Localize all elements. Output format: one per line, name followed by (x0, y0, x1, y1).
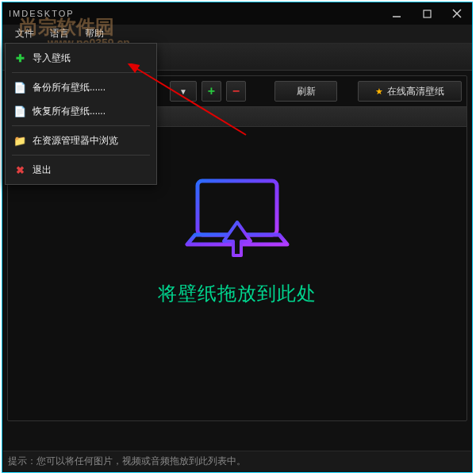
minimize-button[interactable] (382, 2, 412, 25)
folder-icon: 📁 (13, 134, 26, 147)
menu-browse-explorer[interactable]: 📁 在资源管理器中浏览 (6, 129, 156, 152)
app-title: IMDESKTOP (9, 9, 75, 18)
document-icon: 📄 (13, 81, 26, 94)
menu-import-wallpaper[interactable]: ✚ 导入壁纸 (6, 46, 156, 70)
menu-help[interactable]: 帮助 (77, 25, 112, 43)
filter-dropdown[interactable]: ▼ (170, 81, 197, 102)
menu-browse-label: 在资源管理器中浏览 (33, 134, 118, 148)
menu-restore-all[interactable]: 📄 恢复所有壁纸...... (6, 99, 156, 123)
col-action: 操作 (119, 110, 466, 124)
menu-file[interactable]: 文件 (7, 25, 42, 43)
menu-backup-all[interactable]: 📄 备份所有壁纸...... (6, 75, 156, 99)
file-menu-dropdown: ✚ 导入壁纸 📄 备份所有壁纸...... 📄 恢复所有壁纸...... 📁 在… (5, 43, 157, 185)
close-button[interactable] (442, 2, 472, 25)
menu-restore-label: 恢复所有壁纸...... (33, 105, 106, 118)
menu-backup-label: 备份所有壁纸...... (33, 81, 106, 94)
menu-exit-label: 退出 (33, 163, 52, 177)
titlebar: IMDESKTOP (2, 2, 472, 25)
refresh-button[interactable]: 刷新 (274, 81, 338, 102)
chevron-down-icon: ▼ (179, 87, 187, 96)
laptop-icon (178, 175, 297, 262)
maximize-button[interactable] (412, 2, 442, 25)
online-wallpaper-button[interactable]: ★ 在线高清壁纸 (358, 81, 462, 102)
menu-separator (12, 125, 150, 126)
menu-separator (12, 155, 150, 155)
plus-icon: + (208, 84, 215, 98)
online-label: 在线高清壁纸 (387, 85, 444, 98)
menu-language[interactable]: 语言 (42, 25, 77, 43)
svg-rect-1 (424, 10, 431, 17)
close-icon: ✖ (13, 163, 26, 176)
document-icon: 📄 (13, 105, 26, 117)
star-icon: ★ (375, 86, 383, 97)
remove-button[interactable]: − (226, 81, 246, 102)
menubar: 文件 语言 帮助 (2, 25, 472, 44)
minus-icon: − (232, 84, 240, 98)
statusbar: 提示：您可以将任何图片，视频或音频拖放到此列表中。 (3, 451, 471, 471)
refresh-label: 刷新 (297, 85, 316, 98)
add-button[interactable]: + (202, 81, 221, 102)
status-text: 提示：您可以将任何图片，视频或音频拖放到此列表中。 (8, 455, 246, 468)
menu-import-label: 导入壁纸 (33, 52, 71, 65)
menu-exit[interactable]: ✖ 退出 (6, 158, 156, 182)
drop-text: 将壁纸拖放到此处 (8, 281, 466, 306)
plus-icon: ✚ (13, 52, 26, 64)
menu-separator (12, 72, 150, 73)
